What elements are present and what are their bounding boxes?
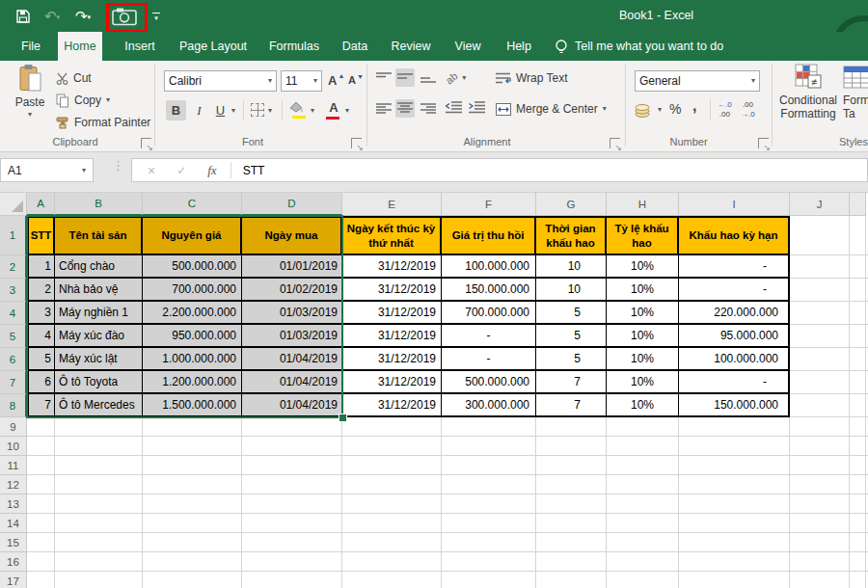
row-header[interactable]: 9 bbox=[0, 417, 27, 437]
row-header[interactable]: 1 bbox=[0, 216, 27, 255]
row-header[interactable]: 12 bbox=[0, 475, 27, 494]
save-button[interactable] bbox=[14, 5, 33, 28]
column-header[interactable]: H bbox=[607, 193, 679, 216]
spreadsheet-cell[interactable]: 01/03/2019 bbox=[242, 325, 342, 348]
row-header[interactable]: 4 bbox=[0, 302, 27, 325]
spreadsheet-cell[interactable]: 5 bbox=[27, 348, 55, 371]
font-size-combo[interactable]: 11▾ bbox=[281, 70, 322, 92]
tab-help[interactable]: Help bbox=[500, 32, 538, 61]
spreadsheet-cell[interactable]: 10% bbox=[607, 279, 679, 302]
tab-view[interactable]: View bbox=[448, 32, 488, 61]
spreadsheet-cell[interactable]: Máy nghiền 1 bbox=[55, 302, 143, 325]
formula-bar-handle[interactable]: ⋮ bbox=[112, 158, 124, 173]
spreadsheet-cell[interactable]: 1.500.000.000 bbox=[143, 394, 242, 417]
table-header-cell[interactable]: Khấu hao kỳ hạn bbox=[679, 216, 790, 255]
spreadsheet-cell[interactable]: 10% bbox=[607, 302, 679, 325]
tab-formulas[interactable]: Formulas bbox=[264, 32, 324, 61]
format-painter-button[interactable]: Format Painter bbox=[56, 113, 150, 132]
name-box[interactable]: A1 ▾ bbox=[0, 158, 94, 182]
spreadsheet-cell[interactable]: 700.000.000 bbox=[143, 279, 242, 302]
row-header[interactable]: 5 bbox=[0, 325, 27, 348]
undo-button[interactable]: ↶▾ bbox=[41, 5, 64, 28]
alignment-dialog-launcher[interactable]: ↘ bbox=[610, 138, 620, 148]
column-header[interactable]: G bbox=[536, 193, 607, 216]
spreadsheet-cell[interactable]: - bbox=[442, 348, 536, 371]
row-header[interactable]: 11 bbox=[0, 456, 27, 475]
spreadsheet-cell[interactable]: 7 bbox=[536, 394, 607, 417]
bold-button[interactable]: B bbox=[166, 100, 186, 120]
table-header-cell[interactable]: Ngày kết thúc kỳ thứ nhất bbox=[342, 216, 442, 255]
spreadsheet-cell[interactable]: 5 bbox=[536, 302, 607, 325]
spreadsheet-cell[interactable]: 10% bbox=[607, 371, 679, 394]
cut-button[interactable]: Cut bbox=[56, 68, 92, 88]
align-right-button[interactable] bbox=[419, 101, 440, 120]
spreadsheet-cell[interactable]: 7 bbox=[27, 394, 55, 417]
align-left-button[interactable] bbox=[374, 101, 395, 120]
number-format-combo[interactable]: General▾ bbox=[635, 70, 760, 92]
row-header[interactable]: 7 bbox=[0, 371, 27, 394]
column-header[interactable]: J bbox=[790, 193, 850, 216]
spreadsheet-cell[interactable]: 150.000.000 bbox=[442, 279, 536, 302]
spreadsheet-cell[interactable]: 2.200.000.000 bbox=[143, 302, 242, 325]
column-header[interactable]: E bbox=[342, 193, 442, 216]
clipboard-dialog-launcher[interactable]: ↘ bbox=[141, 138, 151, 148]
conditional-formatting-button[interactable]: ≠ Conditional Formatting bbox=[777, 64, 839, 120]
spreadsheet-cell[interactable]: 01/04/2019 bbox=[242, 348, 342, 371]
column-header[interactable]: C bbox=[143, 193, 242, 216]
spreadsheet-cell[interactable]: 1.000.000.000 bbox=[143, 348, 242, 371]
insert-function-icon[interactable]: fx bbox=[207, 163, 216, 178]
row-header[interactable]: 2 bbox=[0, 255, 27, 279]
italic-button[interactable]: I bbox=[189, 100, 209, 120]
spreadsheet-cell[interactable]: 31/12/2019 bbox=[342, 279, 442, 302]
row-header[interactable]: 8 bbox=[0, 394, 27, 417]
spreadsheet-cell[interactable]: 5 bbox=[536, 348, 607, 371]
column-header[interactable]: I bbox=[679, 193, 790, 216]
formula-field[interactable]: × ✓ fx STT bbox=[131, 158, 868, 182]
underline-button[interactable]: U bbox=[210, 100, 231, 120]
spreadsheet-cell[interactable]: 3 bbox=[27, 302, 55, 325]
row-header[interactable]: 15 bbox=[0, 533, 27, 552]
table-header-cell[interactable]: Tỷ lệ khấu hao bbox=[607, 216, 679, 255]
row-header[interactable]: 16 bbox=[0, 552, 27, 572]
spreadsheet-cell[interactable]: 6 bbox=[27, 371, 55, 394]
spreadsheet-cell[interactable]: Ô tô Mercedes bbox=[55, 394, 143, 417]
spreadsheet-cell[interactable]: 950.000.000 bbox=[143, 325, 242, 348]
spreadsheet-cell[interactable]: 01/01/2019 bbox=[242, 255, 342, 279]
increase-indent-button[interactable] bbox=[469, 101, 485, 114]
spreadsheet-cell[interactable]: 7 bbox=[536, 371, 607, 394]
spreadsheet-cell[interactable]: 500.000.000 bbox=[442, 371, 536, 394]
orientation-button[interactable]: ab ▾ bbox=[446, 68, 466, 88]
spreadsheet-cell[interactable]: 10 bbox=[536, 255, 607, 279]
tell-me-box[interactable]: Tell me what you want to do bbox=[575, 32, 723, 61]
spreadsheet-cell[interactable]: 4 bbox=[27, 325, 55, 348]
spreadsheet-cell[interactable]: 01/04/2019 bbox=[242, 394, 342, 417]
column-header[interactable] bbox=[850, 193, 866, 216]
spreadsheet-cell[interactable]: 31/12/2019 bbox=[342, 371, 442, 394]
spreadsheet-cell[interactable]: 2 bbox=[27, 279, 55, 302]
spreadsheet-cell[interactable]: Máy xúc lật bbox=[55, 348, 143, 371]
row-header[interactable]: 14 bbox=[0, 514, 27, 533]
spreadsheet-cell[interactable]: 01/04/2019 bbox=[242, 371, 342, 394]
column-header[interactable]: F bbox=[442, 193, 536, 216]
decrease-decimal-button[interactable]: .00→.0 bbox=[741, 100, 755, 119]
spreadsheet-cell[interactable]: 10 bbox=[536, 279, 607, 302]
font-name-combo[interactable]: Calibri▾ bbox=[164, 70, 277, 92]
spreadsheet-cell[interactable]: Cổng chào bbox=[55, 255, 143, 279]
spreadsheet-cell[interactable]: 700.000.000 bbox=[442, 302, 536, 325]
spreadsheet-cell[interactable]: 220.000.000 bbox=[679, 302, 790, 325]
font-dialog-launcher[interactable]: ↘ bbox=[351, 138, 362, 148]
fill-color-dropdown[interactable]: ▾ bbox=[311, 107, 314, 115]
spreadsheet-cell[interactable]: 150.000.000 bbox=[679, 394, 790, 417]
spreadsheet-cell[interactable]: 1.200.000.000 bbox=[143, 371, 242, 394]
number-dialog-launcher[interactable]: ↘ bbox=[758, 138, 769, 148]
font-color-dropdown[interactable]: ▾ bbox=[345, 107, 349, 115]
paste-button[interactable]: Paste ▾ bbox=[8, 64, 52, 119]
accounting-format-button[interactable]: ▾ bbox=[635, 100, 662, 120]
spreadsheet-cell[interactable]: 31/12/2019 bbox=[342, 394, 442, 417]
spreadsheet-cell[interactable]: 31/12/2019 bbox=[342, 255, 442, 279]
spreadsheet-cell[interactable]: 500.000.000 bbox=[143, 255, 242, 279]
column-header[interactable]: A bbox=[27, 193, 55, 216]
table-header-cell[interactable]: Ngày mua bbox=[242, 216, 342, 255]
row-header[interactable]: 10 bbox=[0, 437, 27, 456]
spreadsheet-cell[interactable]: 5 bbox=[536, 325, 607, 348]
